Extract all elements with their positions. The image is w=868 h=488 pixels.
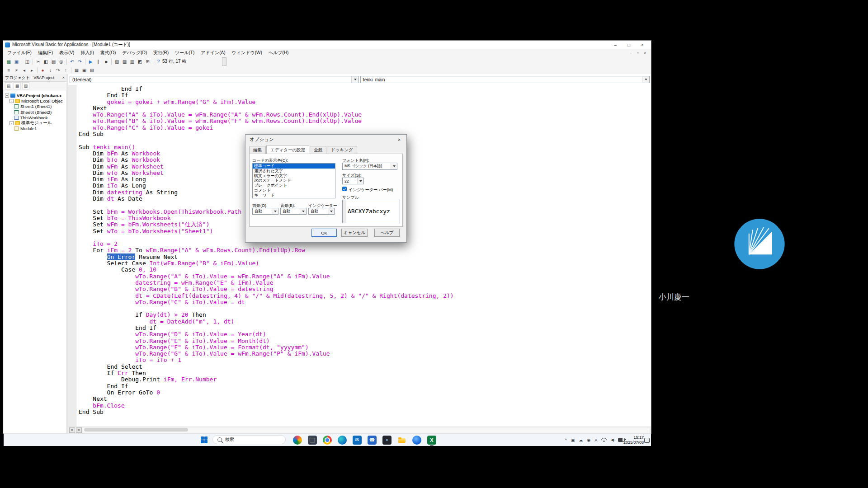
font-name-dropdown[interactable]: MS ゴシック (日本語) <box>342 163 397 170</box>
menu-item-4[interactable]: 書式(O) <box>97 49 119 57</box>
indicator-dropdown-arrow[interactable] <box>328 208 334 214</box>
color-list-item-4[interactable]: ブレークポイント <box>253 183 335 188</box>
undo-icon[interactable]: ↶ <box>69 58 75 65</box>
options-tab-0[interactable]: 編集 <box>249 146 266 154</box>
run-icon[interactable]: ▶ <box>87 58 94 65</box>
help-button[interactable]: ヘルプ <box>374 229 400 237</box>
toolbar-handle[interactable] <box>222 57 226 66</box>
tree-item-excel-objects[interactable]: -Microsoft Excel Objec <box>4 98 66 103</box>
foreground-dropdown[interactable]: 自動 <box>252 208 278 215</box>
toolbox-icon[interactable]: ⊞ <box>144 58 151 65</box>
ok-button[interactable]: OK <box>311 229 337 237</box>
step-over-icon[interactable]: ↷ <box>55 67 61 74</box>
volume-icon[interactable]: ◀) <box>611 438 614 442</box>
step-out-icon[interactable]: ↑ <box>62 67 69 74</box>
object-browser-icon[interactable]: ◩ <box>137 58 143 65</box>
taskview-icon[interactable] <box>308 436 317 445</box>
file-explorer-icon[interactable] <box>397 436 406 445</box>
locals-window-icon[interactable]: ▦ <box>73 67 80 74</box>
copy-icon[interactable]: ◧ <box>42 58 49 65</box>
comment-block-icon[interactable]: ≡ <box>5 67 12 74</box>
tray-widget-icon[interactable]: ▣ <box>571 438 575 442</box>
indicator-dropdown[interactable]: 自動 <box>308 208 335 215</box>
tree-item-sheet1[interactable]: Sheet1 (Sheet1) <box>4 104 66 109</box>
tree-item-module1[interactable]: Module1 <box>4 126 66 131</box>
menu-item-1[interactable]: 編集(E) <box>35 49 56 57</box>
menu-item-9[interactable]: ウィンドウ(W) <box>229 49 265 57</box>
save-icon[interactable]: ◫ <box>24 58 31 65</box>
options-dialog-titlebar[interactable]: オプション <box>245 135 406 145</box>
toggle-folders-icon[interactable]: ▧ <box>22 82 29 89</box>
background-dropdown[interactable]: 自動 <box>280 208 307 215</box>
scrollbar-track[interactable] <box>83 427 650 433</box>
project-explorer-close-icon[interactable]: × <box>62 75 65 80</box>
color-list-item-5[interactable]: コメント <box>253 188 335 193</box>
edge-icon[interactable] <box>338 436 347 445</box>
close-button[interactable]: × <box>636 41 649 49</box>
design-mode-icon[interactable]: ▧ <box>113 58 120 65</box>
menu-item-7[interactable]: ツール(T) <box>172 49 198 57</box>
maximize-button[interactable]: □ <box>622 41 636 49</box>
menu-item-5[interactable]: デバッグ(D) <box>119 49 150 57</box>
help-icon[interactable]: ? <box>155 58 162 65</box>
paste-icon[interactable]: ▤ <box>50 58 57 65</box>
break-icon[interactable]: ∥ <box>95 58 102 65</box>
outdent-icon[interactable]: ◂ <box>21 67 28 74</box>
project-explorer-icon[interactable]: ▨ <box>121 58 128 65</box>
video-app-icon[interactable]: ● <box>382 436 392 445</box>
split-handle-icon[interactable]: ≡ <box>69 427 75 433</box>
taskbar-clock[interactable]: 15:17 2025/07/08 <box>623 435 644 445</box>
uncomment-block-icon[interactable]: ≠ <box>13 67 20 74</box>
excel-icon[interactable]: X <box>427 436 436 445</box>
color-list-item-0[interactable]: 標準コード <box>253 164 335 169</box>
menu-item-6[interactable]: 実行(R) <box>150 49 172 57</box>
tree-item-thisworkbook[interactable]: ThisWorkbook <box>4 115 66 120</box>
options-dialog-close-icon[interactable]: × <box>392 135 406 145</box>
indicator-margin[interactable] <box>68 85 76 427</box>
view-code-icon[interactable]: ▤ <box>5 82 12 89</box>
find-icon[interactable]: ◎ <box>58 58 65 65</box>
color-list-item-6[interactable]: キーワード <box>253 193 335 198</box>
options-tab-2[interactable]: 全般 <box>310 146 326 154</box>
child-minimize-button[interactable]: – <box>627 51 634 55</box>
procedure-dropdown[interactable]: tenki_main <box>360 76 650 83</box>
widgets-icon[interactable] <box>293 436 302 445</box>
insert-userform-icon[interactable]: ▣ <box>13 58 20 65</box>
collapse-icon[interactable]: - <box>5 94 9 98</box>
child-restore-button[interactable]: ▫ <box>634 51 642 55</box>
view-excel-icon[interactable]: ▦ <box>5 58 12 65</box>
options-tab-3[interactable]: ドッキング <box>327 146 357 154</box>
ime-icon[interactable]: A <box>594 438 597 442</box>
properties-window-icon[interactable]: ▥ <box>129 58 136 65</box>
menu-item-8[interactable]: アドイン(A) <box>198 49 228 57</box>
tree-item-vbaproject[interactable]: -VBAProject (chukan.x <box>4 93 66 98</box>
menu-item-10[interactable]: ヘルプ(H) <box>265 49 292 57</box>
code-colors-listbox[interactable]: 標準コード選択された文字構文エラーの文字次のステートメントブレークポイントコメン… <box>252 163 335 198</box>
cancel-button[interactable]: キャンセル <box>341 229 368 237</box>
outlook-icon[interactable]: ✉ <box>353 436 362 445</box>
procedure-dropdown-arrow[interactable] <box>642 76 649 83</box>
split-handle-icon[interactable]: ≡ <box>76 427 82 433</box>
object-dropdown-arrow[interactable] <box>351 76 359 83</box>
tree-item-modules-folder[interactable]: -標準モジュール <box>4 120 66 126</box>
font-name-dropdown-arrow[interactable] <box>391 163 397 169</box>
horizontal-scrollbar[interactable]: ≡ ≡ <box>68 427 651 433</box>
watch-window-icon[interactable]: ▧ <box>89 67 95 74</box>
menu-item-3[interactable]: 挿入(I) <box>77 49 97 57</box>
titlebar[interactable]: Microsoft Visual Basic for Applications … <box>3 41 651 49</box>
font-size-dropdown[interactable]: 22 <box>342 178 364 184</box>
color-list-item-3[interactable]: 次のステートメント <box>253 178 335 183</box>
step-into-icon[interactable]: ↓ <box>47 67 54 74</box>
teams-icon[interactable]: ◉ <box>587 438 590 442</box>
collapse-icon[interactable]: - <box>9 121 14 125</box>
foreground-dropdown-arrow[interactable] <box>272 208 278 214</box>
child-close-button[interactable]: × <box>642 51 649 55</box>
notification-icon[interactable] <box>644 438 650 443</box>
immediate-window-icon[interactable]: ▣ <box>81 67 88 74</box>
phone-link-icon[interactable]: ☎ <box>368 436 377 445</box>
view-object-icon[interactable]: ▦ <box>14 82 21 89</box>
menu-item-2[interactable]: 表示(V) <box>56 49 77 57</box>
toggle-breakpoint-icon[interactable]: ● <box>39 67 46 74</box>
indicator-bar-checkbox[interactable] <box>342 187 347 191</box>
chrome-icon[interactable] <box>323 436 332 445</box>
